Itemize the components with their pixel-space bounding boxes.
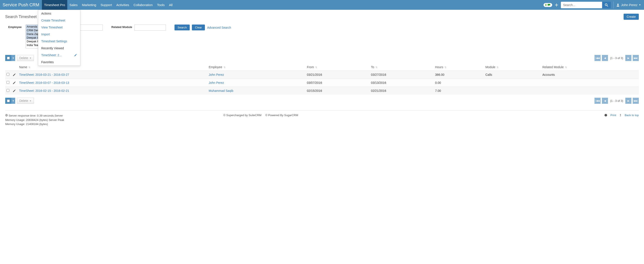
row-checkbox[interactable] — [6, 73, 9, 76]
delete-button[interactable]: Delete ▼ — [17, 55, 34, 61]
row-checkbox[interactable] — [6, 81, 9, 84]
footer: Server response time: 0.39 seconds.Serve… — [5, 114, 639, 131]
tab-timesheet-pro[interactable]: Timesheet Pro — [42, 0, 67, 10]
cell-to: 03/13/2016 — [370, 79, 434, 87]
list-toolbar-bottom: ▼ Delete ▼ |◀◀ ◀ (1 - 3 of 3) ▶ ▶▶| — [5, 98, 639, 104]
col-module[interactable]: Module⇅ — [484, 64, 541, 71]
tab-all[interactable]: All — [167, 0, 175, 10]
cell-to: 03/27/2016 — [370, 71, 434, 79]
table-row: TimeSheet: 2016-03-21 - 2016-03-27John P… — [5, 71, 639, 79]
col-from[interactable]: From⇅ — [306, 64, 370, 71]
pencil-icon[interactable] — [74, 54, 77, 57]
tab-sales[interactable]: Sales — [67, 0, 80, 10]
employee-link[interactable]: John Perez — [208, 73, 224, 76]
footer-right: Print ↥ Back to top — [604, 114, 639, 117]
select-all-checkbox[interactable] — [5, 55, 11, 61]
dropdown-timesheet-settings[interactable]: Timesheet Settings — [38, 38, 80, 45]
pager-first-icon[interactable]: |◀◀ — [594, 55, 600, 61]
pencil-icon[interactable] — [12, 73, 16, 76]
tab-support[interactable]: Support — [98, 0, 114, 10]
svg-line-1 — [607, 6, 608, 6]
caret-down-icon: ▼ — [29, 100, 32, 102]
arrow-up-icon: ↥ — [619, 114, 622, 117]
pager-bottom: |◀◀ ◀ (1 - 3 of 3) ▶ ▶▶| — [594, 98, 639, 104]
col-employee[interactable]: Employee⇅ — [207, 64, 306, 71]
employee-link[interactable]: John Perez — [208, 81, 224, 84]
tab-tools[interactable]: Tools — [155, 0, 167, 10]
caret-down-icon: ▼ — [639, 4, 641, 6]
cell-from: 03/21/2016 — [306, 71, 370, 79]
user-menu[interactable]: John Perez ▼ — [616, 3, 641, 7]
employee-link[interactable]: Muhammad Saqib — [208, 89, 233, 92]
col-related[interactable]: Related Module⇅ — [541, 64, 639, 71]
create-button[interactable]: Create — [624, 14, 639, 20]
print-icon — [604, 114, 607, 116]
footer-separator — [5, 110, 639, 110]
pager-first-icon[interactable]: |◀◀ — [594, 98, 600, 104]
pager-top: |◀◀ ◀ (1 - 3 of 3) ▶ ▶▶| — [594, 55, 639, 61]
cell-from: 02/15/2016 — [306, 87, 370, 95]
pager-next-icon[interactable]: ▶ — [625, 98, 632, 104]
delete-button[interactable]: Delete ▼ — [17, 98, 34, 104]
user-icon — [616, 3, 620, 7]
quick-create-icon[interactable] — [555, 3, 558, 7]
pencil-icon[interactable] — [12, 89, 16, 92]
table-row: TimeSheet: 2016-02-15 - 2016-02-21Muhamm… — [5, 87, 639, 95]
search-icon — [605, 3, 608, 7]
sort-icon: ⇅ — [28, 66, 30, 69]
dropdown-create-timesheet[interactable]: Create Timesheet — [38, 17, 80, 24]
cell-to: 02/21/2016 — [370, 87, 434, 95]
brand[interactable]: Service Push CRM — [0, 0, 42, 10]
search-button[interactable] — [602, 2, 611, 8]
notification-pill[interactable]: 0 — [544, 3, 552, 7]
col-to[interactable]: To⇅ — [370, 64, 434, 71]
user-name: John Perez — [621, 3, 638, 7]
dropdown-recent-item[interactable]: TimeSheet: 2... — [38, 52, 80, 58]
related-module-field[interactable] — [134, 24, 166, 30]
search-button[interactable]: Search — [174, 24, 190, 30]
dropdown-view-timesheet[interactable]: View Timesheet — [38, 24, 80, 31]
select-all-caret-icon[interactable]: ▼ — [11, 55, 15, 61]
global-search — [561, 2, 611, 8]
cell-hours: 7.00 — [434, 87, 484, 95]
timesheet-link[interactable]: TimeSheet: 2016-02-15 - 2016-02-21 — [19, 89, 69, 92]
list-toolbar-top: ▼ Delete ▼ |◀◀ ◀ (1 - 3 of 3) ▶ ▶▶| — [5, 55, 639, 61]
advanced-search-link[interactable]: Advanced Search — [207, 26, 231, 29]
nav-tabs: Timesheet Pro Sales Marketing Support Ac… — [42, 0, 175, 10]
pencil-icon[interactable] — [12, 81, 16, 84]
select-all-checkbox[interactable] — [5, 98, 11, 104]
chat-icon — [548, 4, 550, 6]
timesheet-link[interactable]: TimeSheet: 2016-03-21 - 2016-03-27 — [19, 73, 69, 76]
dropdown-import[interactable]: Import — [38, 31, 80, 38]
select-all-caret-icon[interactable]: ▼ — [11, 98, 15, 104]
tab-collaboration[interactable]: Collaboration — [131, 0, 155, 10]
cell-related: Accounts — [541, 71, 639, 79]
pager-prev-icon[interactable]: ◀ — [602, 98, 608, 104]
pager-text: (1 - 3 of 3) — [609, 99, 624, 102]
timesheet-link[interactable]: TimeSheet: 2016-03-07 - 2016-03-13 — [19, 81, 69, 84]
row-checkbox[interactable] — [6, 89, 9, 92]
tab-marketing[interactable]: Marketing — [80, 0, 98, 10]
supercharged-text: © Supercharged by SuiteCRM — [223, 114, 261, 117]
pager-last-icon[interactable]: ▶▶| — [633, 98, 639, 104]
pager-next-icon[interactable]: ▶ — [625, 55, 632, 61]
cell-related — [541, 87, 639, 95]
table-row: TimeSheet: 2016-03-07 - 2016-03-13John P… — [5, 79, 639, 87]
sort-icon: ⇅ — [224, 66, 226, 69]
col-hours[interactable]: Hours⇅ — [434, 64, 484, 71]
tab-activities[interactable]: Activities — [114, 0, 131, 10]
select-all-group[interactable]: ▼ — [5, 98, 15, 104]
powered-text: © Powered By SugarCRM — [265, 114, 298, 117]
clear-button[interactable]: Clear — [192, 24, 205, 30]
nav-right: 0 John Perez ▼ — [540, 0, 644, 10]
select-all-group[interactable]: ▼ — [5, 55, 15, 61]
dropdown-favorites-header: Favorites — [38, 58, 80, 66]
recent-item-label: TimeSheet: 2... — [41, 54, 62, 57]
pager-prev-icon[interactable]: ◀ — [602, 55, 608, 61]
back-to-top-link[interactable]: Back to top — [625, 114, 639, 117]
page-header: Search Timesheet Pro Create — [5, 14, 639, 20]
search-input[interactable] — [561, 2, 602, 8]
print-link[interactable]: Print — [610, 114, 616, 117]
pager-last-icon[interactable]: ▶▶| — [633, 55, 639, 61]
cell-related — [541, 79, 639, 87]
